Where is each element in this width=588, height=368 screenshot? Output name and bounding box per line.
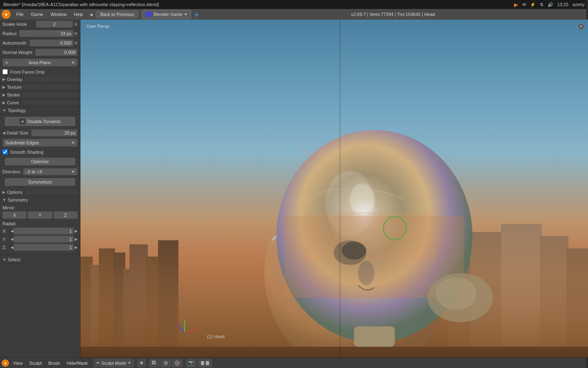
- autosmooth-value[interactable]: 0.000: [60, 40, 71, 45]
- engine-selector[interactable]: Blender Game ▼: [142, 10, 191, 19]
- menu-file[interactable]: File: [13, 11, 27, 18]
- texture-collapse-icon: ▶: [2, 85, 5, 89]
- symmetry-label: Symmetry: [8, 197, 28, 202]
- normal-weight-row: Normal Weight: 0.000: [0, 48, 80, 57]
- mirror-x-button[interactable]: X: [2, 211, 27, 219]
- symmetrize-button[interactable]: Symmetrize: [5, 178, 75, 186]
- options-label: Options: [7, 190, 22, 195]
- direction-dropdown-icon: ▼: [71, 170, 75, 174]
- brush-menu[interactable]: Brush: [46, 360, 62, 366]
- select-section-header[interactable]: ▼ Select: [0, 256, 80, 264]
- optimize-button[interactable]: Optimize: [5, 158, 75, 165]
- radial-y-right-arrow[interactable]: ▶: [75, 237, 78, 241]
- blender-logo[interactable]: ●: [2, 10, 11, 19]
- radial-y-row: Y: ◀ 1 ▶: [2, 236, 78, 243]
- menu-help[interactable]: Help: [71, 11, 87, 18]
- frame-info: (1) Head: [207, 334, 225, 339]
- mirror-label: Mirror:: [2, 205, 78, 210]
- mirror-y-button[interactable]: Y: [28, 211, 52, 219]
- viewport-label: User Persp: [87, 24, 109, 29]
- svg-text:Y: Y: [183, 319, 185, 321]
- select-label: Select: [8, 257, 20, 262]
- symmetrize-label: Symmetrize: [28, 180, 52, 184]
- svg-line-46: [179, 327, 185, 333]
- hide-mask-menu[interactable]: Hide/Mask: [64, 360, 90, 366]
- direction-dropdown[interactable]: -X to +X ▼: [23, 168, 78, 175]
- radial-z-axis-label: Z:: [2, 245, 11, 250]
- camera-icon: 📷: [188, 360, 194, 366]
- detail-size-value[interactable]: 20 px: [31, 129, 78, 137]
- head-glow: [223, 61, 501, 347]
- smooth-shading-label: Smooth Shading: [10, 150, 43, 155]
- engine-dropdown-icon: ▼: [184, 13, 187, 16]
- svg-point-32: [350, 183, 374, 216]
- svg-point-36: [342, 242, 366, 260]
- brush-name-label: Snake Hook: [2, 22, 36, 27]
- svg-rect-51: [154, 363, 156, 364]
- radial-y-value[interactable]: 1: [13, 236, 74, 243]
- pivot-button[interactable]: [160, 359, 171, 367]
- vlc-icon: ▶: [514, 2, 518, 8]
- pivot-icon: [163, 360, 169, 366]
- disable-dynamic-button[interactable]: ✕ Disable Dynamic: [5, 117, 75, 126]
- overlay-section-header[interactable]: ▶ Overlay: [0, 76, 80, 83]
- normal-weight-value[interactable]: 0.000: [64, 50, 76, 55]
- direction-row: Direction: -X to +X ▼: [0, 167, 80, 176]
- area-plane-icon: ◈: [5, 61, 8, 65]
- logo-text: ●: [4, 11, 7, 17]
- render-settings-button[interactable]: 📷: [186, 359, 196, 367]
- proportional-icon: [174, 360, 180, 366]
- radial-z-value[interactable]: 1: [13, 244, 74, 251]
- area-plane-label: Area Plane: [29, 60, 51, 65]
- front-faces-checkbox[interactable]: [2, 69, 8, 74]
- extra-icons-button[interactable]: [198, 359, 212, 367]
- radial-x-right-arrow[interactable]: ▶: [75, 229, 78, 233]
- overlay-label: Overlay: [7, 77, 22, 82]
- menu-game[interactable]: Game: [28, 11, 47, 18]
- brush-icon: ⊞: [74, 22, 78, 26]
- texture-label: Texture: [7, 85, 22, 90]
- view-global-button[interactable]: ⊕: [137, 359, 146, 367]
- options-section-header[interactable]: ▶ Options: [0, 188, 80, 196]
- autosmooth-label: Autosmooth:: [2, 40, 28, 45]
- detail-size-label: Detail Size:: [7, 130, 29, 135]
- sculpt-mode-dropdown[interactable]: ✏ Sculpt Mode ▼: [94, 359, 134, 367]
- radial-section: Radial: X: ◀ 1 ▶ Y: ◀ 1 ▶ Z: ◀: [0, 220, 80, 253]
- symmetry-section-header[interactable]: ▼ Symmetry: [0, 196, 80, 204]
- stroke-section-header[interactable]: ▶ Stroke: [0, 91, 80, 99]
- autosmooth-icon: ⊞: [74, 41, 78, 45]
- menu-window[interactable]: Window: [47, 11, 70, 18]
- normal-weight-label: Normal Weight:: [2, 50, 33, 55]
- viewport[interactable]: User Persp ✕ X Y Z (1) Head: [80, 20, 588, 357]
- topology-section-header[interactable]: ▼ Topology: [0, 107, 80, 114]
- view-menu[interactable]: View: [11, 360, 25, 366]
- subdivide-edges-dropdown[interactable]: Subdivide Edges ▼: [2, 139, 78, 147]
- user-display: azerty: [572, 2, 585, 7]
- select-collapse-icon: ▼: [2, 258, 6, 262]
- mirror-z-button[interactable]: Z: [53, 211, 78, 219]
- area-plane-dropdown[interactable]: ◈ Area Plane ▼: [2, 58, 78, 67]
- texture-section-header[interactable]: ▶ Texture: [0, 83, 80, 91]
- radius-row: Radius: 33 px ⊞: [0, 29, 80, 38]
- vertical-separator-line: [340, 20, 340, 357]
- options-hash-bg: [25, 190, 78, 194]
- subdivide-edges-row: Subdivide Edges ▼: [0, 137, 80, 148]
- svg-point-53: [165, 362, 167, 364]
- radius-icon: ⊞: [74, 31, 78, 36]
- proportional-edit-button[interactable]: [172, 359, 183, 367]
- viewport-close-button[interactable]: ✕: [578, 24, 584, 29]
- overlay-hash-bg: [25, 77, 78, 81]
- radial-z-right-arrow[interactable]: ▶: [75, 245, 78, 249]
- radial-x-value[interactable]: 1: [13, 227, 74, 235]
- radius-value[interactable]: 33 px: [60, 31, 71, 36]
- bottom-logo: ●: [2, 359, 9, 367]
- curve-section-header[interactable]: ▶ Curve: [0, 99, 80, 107]
- sculpt-menu[interactable]: Sculpt: [27, 360, 45, 366]
- grid-snap-button[interactable]: [149, 359, 160, 367]
- brush-value-input[interactable]: [36, 20, 74, 28]
- stroke-hash-bg: [22, 93, 78, 97]
- area-plane-row: ◈ Area Plane ▼: [0, 57, 80, 68]
- smooth-shading-checkbox[interactable]: [2, 149, 8, 155]
- radial-z-left-arrow: ◀: [11, 245, 13, 249]
- back-to-previous-button[interactable]: Back to Previous: [96, 11, 138, 18]
